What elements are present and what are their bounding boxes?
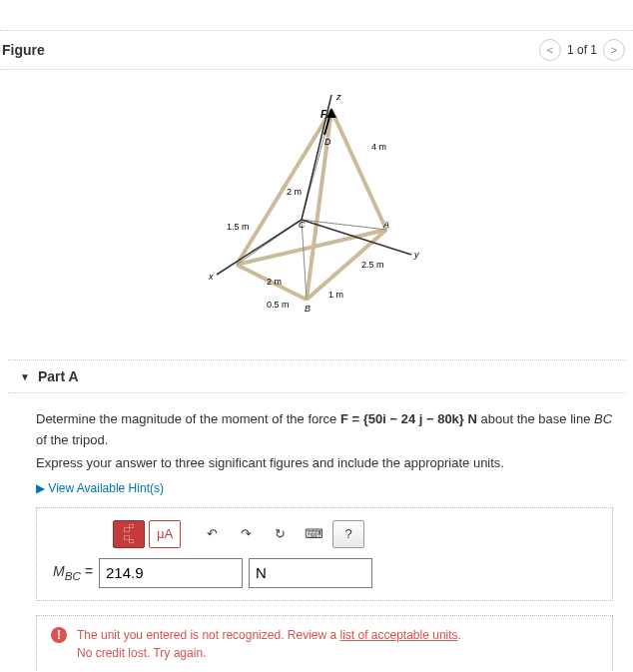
view-hints-link[interactable]: ▶ View Available Hint(s) xyxy=(36,481,164,495)
caret-right-icon: ▶ xyxy=(36,481,45,495)
pager-counter: 1 of 1 xyxy=(567,43,597,57)
redo-button[interactable]: ↷ xyxy=(231,521,261,547)
svg-line-1 xyxy=(331,110,386,230)
label-y: y xyxy=(413,250,419,260)
help-button[interactable]: ? xyxy=(332,520,364,548)
pager-prev-button[interactable]: < xyxy=(539,39,561,61)
figure-header: Figure < 1 of 1 > xyxy=(0,30,633,70)
label-1m: 1 m xyxy=(328,290,343,300)
svg-line-7 xyxy=(302,220,307,300)
label-F: F xyxy=(320,109,327,120)
label-C: C xyxy=(299,220,306,230)
figure-pager: < 1 of 1 > xyxy=(539,39,633,61)
answer-value-input[interactable] xyxy=(99,558,243,588)
label-2m-a: 2 m xyxy=(287,187,302,197)
label-4m: 4 m xyxy=(371,142,386,152)
figure-body: z F D 4 m 2 m 1.5 m C A y 2 m 2.5 m 0.5 … xyxy=(0,70,633,359)
label-D: D xyxy=(324,137,331,147)
pager-next-button[interactable]: > xyxy=(603,39,625,61)
answer-toolbar: □□□□ μA ↶ ↷ ↻ ⌨ ? xyxy=(53,520,596,548)
answer-variable: MBC = xyxy=(53,563,93,582)
answer-unit-input[interactable] xyxy=(249,558,372,588)
label-B: B xyxy=(305,304,311,314)
label-z: z xyxy=(335,92,341,102)
label-2p5m: 2.5 m xyxy=(361,260,384,270)
tripod-diagram: z F D 4 m 2 m 1.5 m C A y 2 m 2.5 m 0.5 … xyxy=(177,90,456,330)
label-A: A xyxy=(382,220,389,230)
units-button[interactable]: μA xyxy=(149,520,181,548)
undo-button[interactable]: ↶ xyxy=(197,521,227,547)
part-content: Determine the magnitude of the moment of… xyxy=(0,393,633,672)
svg-line-11 xyxy=(302,220,411,255)
caret-down-icon: ▼ xyxy=(20,371,30,382)
label-1p5m: 1.5 m xyxy=(227,222,250,232)
answer-box: □□□□ μA ↶ ↷ ↻ ⌨ ? MBC = xyxy=(36,507,613,601)
acceptable-units-link[interactable]: list of acceptable units xyxy=(339,628,457,642)
instruction-text: Express your answer to three significant… xyxy=(36,455,613,470)
templates-button[interactable]: □□□□ xyxy=(113,520,145,548)
question-text: Determine the magnitude of the moment of… xyxy=(36,409,613,451)
reset-button[interactable]: ↻ xyxy=(265,521,295,547)
error-icon: ! xyxy=(51,627,67,643)
label-2m-b: 2 m xyxy=(267,277,282,287)
svg-line-0 xyxy=(237,110,331,265)
feedback-text: The unit you entered is not recognized. … xyxy=(77,626,461,662)
figure-title: Figure xyxy=(0,42,45,58)
label-x: x xyxy=(208,272,214,282)
part-header[interactable]: ▼ Part A xyxy=(8,359,625,393)
answer-row: MBC = xyxy=(53,558,596,588)
label-0p5m: 0.5 m xyxy=(267,300,290,310)
keyboard-button[interactable]: ⌨ xyxy=(299,521,328,547)
part-title: Part A xyxy=(38,368,79,384)
feedback-box: ! The unit you entered is not recognized… xyxy=(36,615,613,672)
